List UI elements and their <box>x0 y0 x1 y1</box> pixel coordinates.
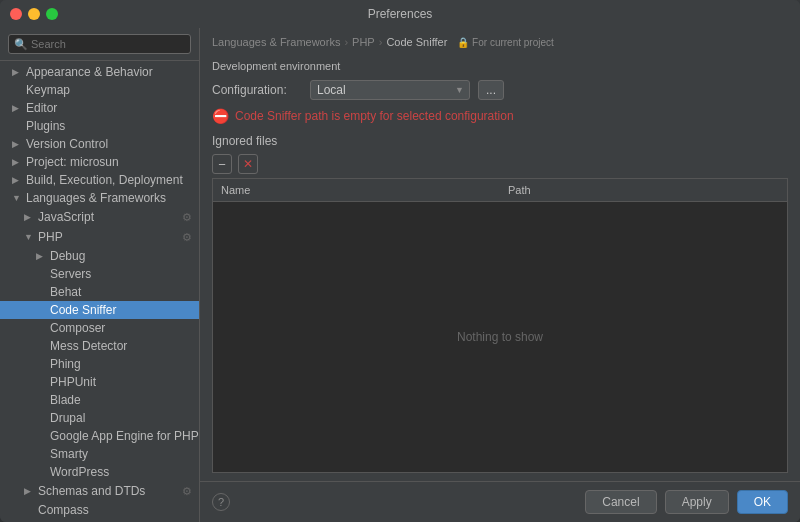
ignored-files-title: Ignored files <box>212 134 788 148</box>
apply-button[interactable]: Apply <box>665 490 729 514</box>
sidebar-item-label: Build, Execution, Deployment <box>26 173 199 187</box>
arrow-icon: ▼ <box>12 193 26 203</box>
traffic-lights <box>10 8 58 20</box>
sidebar-item-schemas-dtds[interactable]: ▶ Schemas and DTDs ⚙ <box>0 481 199 501</box>
search-bar: 🔍 <box>0 28 199 61</box>
footer-left: ? <box>212 493 577 511</box>
arrow-icon: ▶ <box>24 212 38 222</box>
arrow-icon: ▶ <box>12 175 26 185</box>
sidebar-item-debug[interactable]: ▶ Debug <box>0 247 199 265</box>
sidebar-item-smarty[interactable]: Smarty <box>0 445 199 463</box>
search-input[interactable] <box>8 34 191 54</box>
sidebar-item-label: Plugins <box>26 119 199 133</box>
table-body: Nothing to show <box>213 202 787 472</box>
dots-button[interactable]: ... <box>478 80 504 100</box>
cancel-button[interactable]: Cancel <box>585 490 656 514</box>
sidebar-item-label: Composer <box>50 321 199 335</box>
sidebar-item-behat[interactable]: Behat <box>0 283 199 301</box>
minimize-button[interactable] <box>28 8 40 20</box>
remove-item-button[interactable]: − <box>212 154 232 174</box>
main-content: 🔍 ▶ Appearance & Behavior Keymap ▶ Edito… <box>0 28 800 522</box>
sidebar-item-blade[interactable]: Blade <box>0 391 199 409</box>
sidebar-item-version-control[interactable]: ▶ Version Control <box>0 135 199 153</box>
sidebar-item-label: Google App Engine for PHP <box>50 429 199 443</box>
breadcrumb-part-3: Code Sniffer <box>386 36 447 48</box>
breadcrumb-part-1: Languages & Frameworks <box>212 36 340 48</box>
sidebar-item-phing[interactable]: Phing <box>0 355 199 373</box>
help-button[interactable]: ? <box>212 493 230 511</box>
sidebar-item-lang-frameworks[interactable]: ▼ Languages & Frameworks <box>0 189 199 207</box>
ignored-files-table: Name Path Nothing to show <box>212 178 788 473</box>
table-header: Name Path <box>213 179 787 202</box>
breadcrumb-sep-1: › <box>344 36 348 48</box>
gear-icon: ⚙ <box>179 483 195 499</box>
sidebar-item-label: PHPUnit <box>50 375 199 389</box>
breadcrumb-sep-2: › <box>379 36 383 48</box>
sidebar-item-editor[interactable]: ▶ Editor <box>0 99 199 117</box>
arrow-icon: ▶ <box>24 486 38 496</box>
sidebar-item-compass[interactable]: Compass <box>0 501 199 519</box>
main-panel: Languages & Frameworks › PHP › Code Snif… <box>200 28 800 522</box>
config-select[interactable]: Local <box>310 80 470 100</box>
project-tag: 🔒 For current project <box>457 37 553 48</box>
preferences-window: Preferences 🔍 ▶ Appearance & Behavior Ke… <box>0 0 800 522</box>
sidebar-item-label: Servers <box>50 267 199 281</box>
sidebar-item-phpunit[interactable]: PHPUnit <box>0 373 199 391</box>
close-button[interactable] <box>10 8 22 20</box>
breadcrumb-part-2: PHP <box>352 36 375 48</box>
dev-env-title: Development environment <box>212 60 788 72</box>
arrow-icon: ▶ <box>12 67 26 77</box>
sidebar-item-label: Languages & Frameworks <box>26 191 199 205</box>
titlebar: Preferences <box>0 0 800 28</box>
sidebar-item-composer[interactable]: Composer <box>0 319 199 337</box>
sidebar-item-wordpress[interactable]: WordPress <box>0 463 199 481</box>
sidebar-item-label: Mess Detector <box>50 339 199 353</box>
sidebar-item-label: Debug <box>50 249 199 263</box>
sidebar-item-project[interactable]: ▶ Project: microsun <box>0 153 199 171</box>
sidebar-item-label: Version Control <box>26 137 199 151</box>
sidebar-item-javascript[interactable]: ▶ JavaScript ⚙ <box>0 207 199 227</box>
ok-button[interactable]: OK <box>737 490 788 514</box>
sidebar-item-label: Editor <box>26 101 199 115</box>
gear-icon: ⚙ <box>179 209 195 225</box>
search-wrapper: 🔍 <box>8 34 191 54</box>
sidebar-item-label: Drupal <box>50 411 199 425</box>
error-text: Code Sniffer path is empty for selected … <box>235 109 514 123</box>
sidebar-item-label: Appearance & Behavior <box>26 65 199 79</box>
sidebar-item-php[interactable]: ▼ PHP ⚙ <box>0 227 199 247</box>
breadcrumb: Languages & Frameworks › PHP › Code Snif… <box>200 28 800 52</box>
empty-state-text: Nothing to show <box>457 330 543 344</box>
sidebar-item-appearance[interactable]: ▶ Appearance & Behavior <box>0 63 199 81</box>
sidebar-item-google-app-engine[interactable]: Google App Engine for PHP <box>0 427 199 445</box>
sidebar-item-label: JavaScript <box>38 210 179 224</box>
sidebar-item-label: Keymap <box>26 83 199 97</box>
clear-button[interactable]: ✕ <box>238 154 258 174</box>
sidebar-item-label: Behat <box>50 285 199 299</box>
sidebar-item-mess-detector[interactable]: Mess Detector <box>0 337 199 355</box>
config-row: Configuration: Local ▼ ... <box>212 80 788 100</box>
sidebar-item-plugins[interactable]: Plugins <box>0 117 199 135</box>
sidebar-item-keymap[interactable]: Keymap <box>0 81 199 99</box>
error-icon: ⛔ <box>212 108 229 124</box>
ignored-files-section: Ignored files − ✕ Name Path Nothing to s… <box>212 134 788 473</box>
maximize-button[interactable] <box>46 8 58 20</box>
sidebar-item-servers[interactable]: Servers <box>0 265 199 283</box>
config-select-wrapper: Local ▼ <box>310 80 470 100</box>
sidebar-item-drupal[interactable]: Drupal <box>0 409 199 427</box>
arrow-icon: ▶ <box>36 251 50 261</box>
error-row: ⛔ Code Sniffer path is empty for selecte… <box>212 108 788 124</box>
sidebar-tree: ▶ Appearance & Behavior Keymap ▶ Editor … <box>0 61 199 522</box>
footer: ? Cancel Apply OK <box>200 481 800 522</box>
sidebar-item-label: Schemas and DTDs <box>38 484 179 498</box>
ignored-files-toolbar: − ✕ <box>212 154 788 174</box>
config-label: Configuration: <box>212 83 302 97</box>
arrow-icon: ▶ <box>12 139 26 149</box>
arrow-icon: ▶ <box>12 103 26 113</box>
sidebar-item-label: Smarty <box>50 447 199 461</box>
window-title: Preferences <box>368 7 433 21</box>
sidebar-item-build[interactable]: ▶ Build, Execution, Deployment <box>0 171 199 189</box>
gear-icon: ⚙ <box>179 229 195 245</box>
col-path-header: Path <box>500 182 787 198</box>
sidebar-item-code-sniffer[interactable]: Code Sniffer <box>0 301 199 319</box>
sidebar-item-label: Project: microsun <box>26 155 199 169</box>
